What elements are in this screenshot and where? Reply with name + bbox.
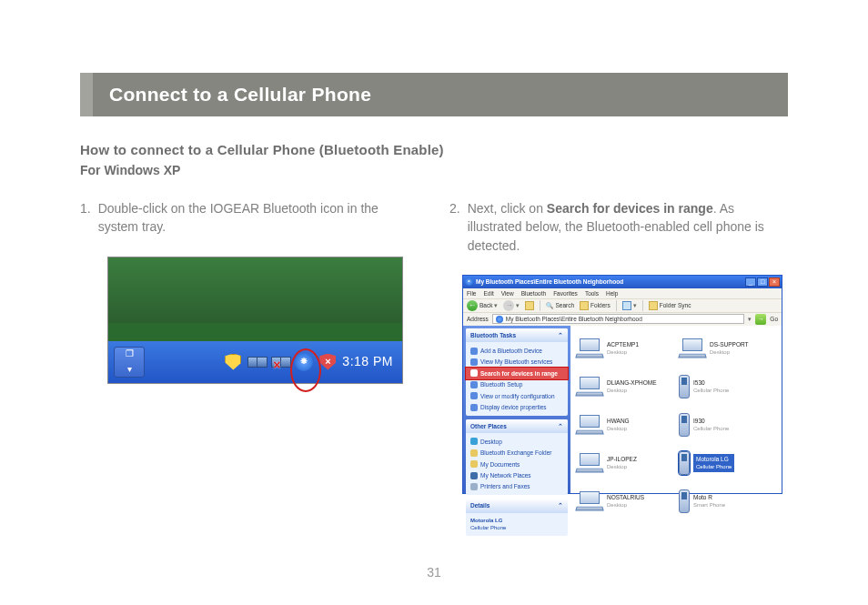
sidebar-item-device-properties[interactable]: Display device properties: [470, 401, 563, 412]
device-type: Desktop: [607, 463, 637, 471]
sidebar-item-label: Search for devices in range: [480, 369, 558, 378]
folders-button[interactable]: Folders: [580, 301, 611, 310]
task-icon: [470, 404, 478, 411]
title-bar: Connect to a Cellular Phone: [80, 73, 788, 116]
foldersync-button[interactable]: Folder Sync: [649, 301, 691, 310]
menu-favorites[interactable]: Favorites: [553, 289, 578, 297]
device-label: I530Cellular Phone: [693, 378, 729, 395]
minimize-button[interactable]: _: [745, 277, 756, 287]
sidebar-details-content: Motorola LG Cellular Phone: [466, 513, 568, 536]
search-button[interactable]: 🔍Search: [546, 301, 574, 309]
sidebar-item-bluetooth-setup[interactable]: Bluetooth Setup: [470, 379, 563, 390]
address-field[interactable]: My Bluetooth Places\Entire Bluetooth Nei…: [492, 314, 744, 324]
sidebar-item-network-places[interactable]: My Network Places: [470, 470, 563, 481]
device-item[interactable]: Moto RSmart Phone: [679, 484, 776, 519]
menu-bluetooth[interactable]: Bluetooth: [521, 289, 546, 297]
device-item[interactable]: DLIANG-XPHOMEDesktop: [576, 369, 673, 404]
chevron-down-icon: ▾: [494, 301, 498, 309]
menu-view[interactable]: View: [501, 289, 514, 297]
menu-help[interactable]: Help: [606, 289, 618, 297]
back-button[interactable]: ← Back ▾: [467, 300, 498, 311]
sidebar-item-label: Display device properties: [480, 403, 547, 411]
annotation-circle: [290, 348, 321, 392]
toolbar: ← Back ▾ → ▾ 🔍Search Folders ▾ Fol: [463, 298, 782, 313]
tray-clock: 3:18 PM: [342, 352, 393, 370]
menu-file[interactable]: File: [467, 289, 476, 297]
device-item[interactable]: I530Cellular Phone: [679, 369, 776, 404]
security-shield-red-icon[interactable]: ×: [318, 353, 337, 371]
device-item[interactable]: Motorola LGCellular Phone: [679, 446, 776, 480]
collapse-icon: ⌃: [558, 501, 563, 509]
device-item[interactable]: DS-SUPPORTDesktop: [679, 331, 776, 366]
forward-button[interactable]: → ▾: [503, 300, 520, 311]
sidebar-item-my-documents[interactable]: My Documents: [470, 459, 563, 469]
go-label: Go: [770, 315, 778, 323]
place-icon: [470, 483, 478, 490]
device-item[interactable]: NOSTALRIUSDesktop: [576, 484, 673, 519]
sidebar-item-label: Bluetooth Exchange Folder: [480, 449, 551, 457]
up-button[interactable]: [525, 301, 534, 310]
place-icon: [470, 460, 478, 468]
sidebar-item-search-devices[interactable]: Search for devices in range: [466, 368, 568, 378]
step-number: 2.: [449, 199, 460, 255]
maximize-button[interactable]: □: [757, 277, 768, 287]
os-heading: For Windows XP: [80, 163, 788, 177]
sidebar-item-view-services[interactable]: View My Bluetooth services: [470, 357, 563, 368]
page-title: Connect to a Cellular Phone: [93, 73, 788, 116]
device-name: ACPTEMP1: [607, 340, 639, 348]
phone-icon: [679, 451, 690, 475]
column-right: 2. Next, click on Search for devices in …: [449, 199, 788, 494]
step-2: 2. Next, click on Search for devices in …: [449, 199, 788, 255]
toolbar-separator: [642, 300, 643, 311]
device-item[interactable]: ACPTEMP1Desktop: [576, 331, 673, 366]
menu-tools[interactable]: Tools: [585, 289, 599, 297]
device-item[interactable]: HWANGDesktop: [576, 408, 673, 442]
sidebar-item-label: View or modify configuration: [480, 392, 555, 400]
network-pcs-icon[interactable]: [247, 353, 266, 371]
task-icon: [470, 392, 478, 399]
go-button[interactable]: →: [755, 314, 766, 325]
device-type: Smart Phone: [693, 501, 725, 509]
page-number: 31: [427, 565, 441, 580]
column-left: 1. Double-click on the IOGEAR Bluetooth …: [80, 199, 419, 494]
device-name: I930: [693, 417, 729, 425]
security-shield-yellow-icon[interactable]: [224, 353, 242, 371]
window-icon: *: [465, 277, 473, 286]
sidebar-item-desktop[interactable]: Desktop: [470, 436, 563, 447]
sidebar-tasks-header[interactable]: Bluetooth Tasks ⌃: [466, 328, 568, 342]
chevron-down-icon: ▾: [633, 301, 637, 309]
phone-icon: [679, 375, 690, 398]
back-arrow-icon: ←: [467, 300, 478, 311]
device-item[interactable]: JP-ILOPEZDesktop: [576, 446, 673, 480]
laptop-icon: [576, 453, 603, 473]
sidebar-details-header[interactable]: Details ⌃: [466, 499, 568, 512]
device-type: Desktop: [607, 501, 644, 509]
views-button[interactable]: ▾: [622, 301, 637, 310]
device-type: Cellular Phone: [693, 425, 729, 433]
taskbar-toggle-button[interactable]: ❐ ▾: [114, 347, 145, 378]
close-button[interactable]: ×: [769, 277, 780, 287]
task-icon: [470, 381, 478, 388]
section-heading: How to connect to a Cellular Phone (Blue…: [80, 142, 788, 157]
tray-desktop-bg: [108, 257, 402, 323]
device-type: Cellular Phone: [696, 463, 732, 471]
network-pcs-disconnected-icon[interactable]: ×: [271, 353, 289, 371]
chevron-down-icon: ▾: [127, 363, 132, 377]
sidebar-places-header[interactable]: Other Places ⌃: [466, 419, 568, 433]
window-title: My Bluetooth Places\Entire Bluetooth Nei…: [476, 277, 742, 286]
address-label: Address: [467, 315, 489, 323]
chevron-down-icon[interactable]: ▾: [748, 315, 752, 323]
sidebar-item-modify-config[interactable]: View or modify configuration: [470, 390, 563, 401]
device-label: ACPTEMP1Desktop: [607, 340, 639, 357]
menu-edit[interactable]: Edit: [483, 289, 493, 297]
step-text-prefix: Next, click on: [468, 201, 547, 216]
device-list: ACPTEMP1DesktopDS-SUPPORTDesktopDLIANG-X…: [570, 326, 782, 493]
device-item[interactable]: I930Cellular Phone: [679, 408, 776, 442]
back-label: Back: [479, 301, 492, 309]
sidebar-item-add-device[interactable]: Add a Bluetooth Device: [470, 345, 563, 356]
sidebar-tasks-items: Add a Bluetooth Device View My Bluetooth…: [466, 342, 568, 416]
sidebar-item-exchange-folder[interactable]: Bluetooth Exchange Folder: [470, 448, 563, 459]
device-label: Motorola LGCellular Phone: [693, 454, 734, 472]
foldersync-label: Folder Sync: [660, 301, 691, 309]
sidebar-item-printers[interactable]: Printers and Faxes: [470, 481, 563, 492]
